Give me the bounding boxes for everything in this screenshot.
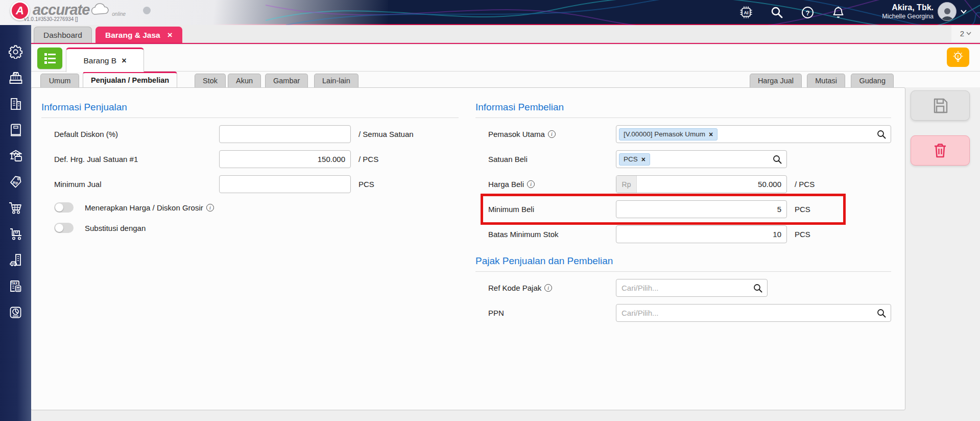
harga-jual-label: Def. Hrg. Jual Satuan #1 bbox=[54, 155, 219, 163]
app-header: A accurate online v1.0.1#3530-2276934 []… bbox=[0, 0, 980, 25]
harga-jual-input[interactable] bbox=[219, 150, 351, 168]
tab-gambar[interactable]: Gambar bbox=[265, 74, 308, 87]
doc-tab-barang-b[interactable]: Barang B × bbox=[66, 48, 144, 72]
grosir-toggle[interactable] bbox=[54, 202, 74, 213]
ai-assistant-icon[interactable]: AI bbox=[739, 6, 753, 19]
currency-prefix: Rp bbox=[616, 176, 637, 193]
minimum-jual-input[interactable] bbox=[219, 175, 351, 193]
grosir-toggle-label: Menerapkan Harga / Diskon Grosir bbox=[85, 203, 203, 212]
tab-lain-lain-label: Lain-lain bbox=[322, 77, 350, 85]
sidebar-item-cashier[interactable] bbox=[8, 71, 23, 85]
tab-barang-jasa[interactable]: Barang & Jasa × bbox=[95, 27, 182, 43]
search-icon[interactable] bbox=[877, 130, 886, 139]
divider bbox=[475, 118, 891, 118]
sales-info-section: Informasi Penjualan Default Diskon (%) /… bbox=[41, 88, 459, 234]
ppn-label: PPN bbox=[488, 309, 504, 317]
ppn-row: PPN bbox=[488, 304, 891, 322]
delete-button[interactable] bbox=[911, 135, 970, 166]
sidebar-item-bank[interactable] bbox=[8, 149, 23, 163]
avatar[interactable] bbox=[938, 2, 957, 21]
item-list-button[interactable] bbox=[37, 48, 62, 69]
tab-lain-lain[interactable]: Lain-lain bbox=[314, 74, 358, 87]
pemasok-label: Pemasok Utama bbox=[488, 130, 545, 138]
company-name: Akira, Tbk. bbox=[882, 3, 934, 13]
search-icon[interactable] bbox=[773, 155, 782, 164]
harga-beli-field[interactable]: Rp bbox=[616, 175, 787, 193]
purchase-section-title: Informasi Pembelian bbox=[475, 102, 891, 113]
sidebar-item-asset[interactable] bbox=[8, 253, 23, 267]
grosir-toggle-row: Menerapkan Harga / Diskon Grosir i bbox=[54, 201, 459, 214]
pie-chart-report-icon bbox=[9, 306, 22, 319]
ppn-field[interactable] bbox=[616, 304, 891, 322]
ppn-input[interactable] bbox=[622, 309, 873, 317]
minimum-jual-suffix: PCS bbox=[358, 180, 374, 189]
satuan-beli-field[interactable]: PCS × bbox=[616, 150, 787, 168]
tab-umum[interactable]: Umum bbox=[40, 74, 79, 87]
help-icon[interactable]: ? bbox=[801, 6, 814, 19]
tab-harga-jual[interactable]: Harga Jual bbox=[750, 74, 802, 87]
info-icon[interactable]: i bbox=[527, 180, 535, 188]
minimum-beli-label: Minimum Beli bbox=[488, 205, 534, 214]
tab-dashboard[interactable]: Dashboard bbox=[34, 27, 92, 43]
search-icon[interactable] bbox=[877, 309, 886, 318]
ref-pajak-field[interactable] bbox=[616, 279, 768, 297]
sidebar-item-purchase[interactable] bbox=[8, 227, 23, 241]
info-icon[interactable]: i bbox=[548, 130, 556, 138]
price-tag-icon: Rp bbox=[9, 175, 23, 189]
tab-umum-label: Umum bbox=[49, 77, 71, 85]
satuan-beli-row: Satuan Beli PCS × bbox=[488, 150, 891, 168]
save-button[interactable] bbox=[911, 90, 970, 121]
ref-pajak-input[interactable] bbox=[622, 284, 750, 292]
ref-pajak-label: Ref Kode Pajak bbox=[488, 284, 541, 292]
batas-stok-suffix: PCS bbox=[795, 230, 810, 239]
search-icon[interactable] bbox=[753, 284, 762, 293]
info-icon[interactable]: i bbox=[544, 284, 552, 292]
tab-penjualan-pembelian-label: Penjualan / Pembelian bbox=[91, 76, 169, 84]
sidebar-item-company[interactable] bbox=[8, 97, 23, 111]
header-wave-lines bbox=[266, 0, 980, 25]
tab-gambar-label: Gambar bbox=[273, 77, 300, 85]
info-icon[interactable]: i bbox=[206, 204, 214, 212]
user-menu[interactable]: Akira, Tbk. Michelle Georgina bbox=[882, 2, 967, 21]
substitusi-toggle[interactable] bbox=[54, 223, 74, 233]
batas-stok-row: Batas Minimum Stok PCS bbox=[488, 225, 891, 243]
tab-akun[interactable]: Akun bbox=[228, 74, 261, 87]
tab-penjualan-pembelian[interactable]: Penjualan / Pembelian bbox=[83, 72, 177, 87]
harga-beli-input[interactable] bbox=[637, 180, 781, 189]
search-icon[interactable] bbox=[770, 6, 783, 19]
window-count-value: 2 bbox=[960, 29, 964, 38]
cart-icon bbox=[8, 201, 23, 215]
notifications-bell-icon[interactable] bbox=[831, 6, 845, 19]
close-icon[interactable]: × bbox=[168, 31, 173, 39]
sidebar-item-settings[interactable] bbox=[8, 44, 23, 59]
chip-close-icon[interactable]: × bbox=[709, 130, 713, 138]
window-count-dropdown[interactable]: 2 bbox=[951, 25, 980, 42]
harga-beli-row: Harga Beli i Rp / PCS bbox=[488, 175, 891, 193]
sidebar-item-price[interactable]: Rp bbox=[8, 175, 23, 189]
satuan-chip-label: PCS bbox=[624, 155, 638, 163]
minimum-beli-input[interactable] bbox=[616, 200, 787, 218]
cloud-icon bbox=[88, 2, 111, 17]
tab-harga-jual-label: Harga Jual bbox=[758, 77, 794, 85]
tab-gudang[interactable]: Gudang bbox=[851, 74, 894, 87]
sidebar-item-sales[interactable] bbox=[8, 201, 23, 215]
divider bbox=[41, 118, 459, 118]
sidebar-item-tax[interactable]: TAX bbox=[8, 279, 23, 293]
header-dot-decoration bbox=[143, 7, 151, 14]
hint-lightbulb-button[interactable]: ! bbox=[947, 48, 969, 67]
tab-akun-label: Akun bbox=[236, 77, 253, 85]
default-diskon-suffix: / Semua Satuan bbox=[358, 130, 414, 138]
tab-stok-label: Stok bbox=[203, 77, 218, 85]
sidebar-item-reports[interactable] bbox=[8, 305, 23, 319]
tab-stok[interactable]: Stok bbox=[195, 74, 226, 87]
chevron-down-icon bbox=[966, 32, 971, 35]
pemasok-field[interactable]: [V.00000] Pemasok Umum × bbox=[616, 125, 891, 143]
chip-close-icon[interactable]: × bbox=[641, 155, 646, 163]
default-diskon-input[interactable] bbox=[219, 125, 351, 143]
close-icon[interactable]: × bbox=[122, 56, 126, 65]
tab-mutasi[interactable]: Mutasi bbox=[807, 74, 845, 87]
pemasok-chip-label: [V.00000] Pemasok Umum bbox=[624, 130, 705, 138]
purchase-info-section: Informasi Pembelian Pemasok Utama i [V.0… bbox=[475, 88, 891, 322]
sidebar-item-ledger[interactable] bbox=[8, 123, 23, 137]
batas-stok-input[interactable] bbox=[616, 225, 787, 243]
